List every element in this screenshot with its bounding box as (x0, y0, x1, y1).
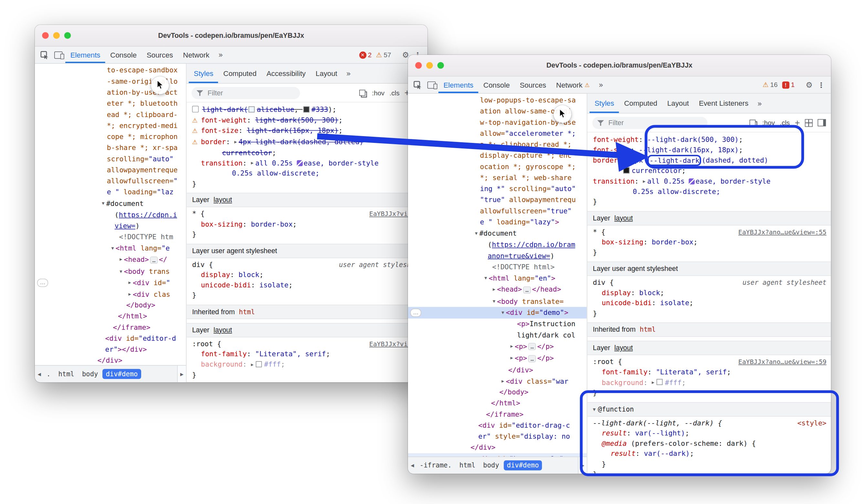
error-icon[interactable]: ✕ (359, 51, 366, 59)
titlebar-back[interactable]: DevTools - codepen.io/bramus/pen/EaYBJJx (35, 25, 427, 47)
device-toolbar-icon[interactable] (51, 47, 65, 63)
tab-elements[interactable]: Elements (438, 76, 478, 93)
tab-network[interactable]: Network (178, 47, 215, 63)
toggle-element-state-button[interactable]: :hov (372, 89, 385, 97)
style-declaration-row[interactable]: unicode-bidi: isolate; (187, 280, 427, 290)
dom-tree-row[interactable]: ▾#document (408, 228, 587, 239)
dom-tree-row[interactable]: ▸<p>…</p> (408, 340, 587, 352)
dom-tree-row[interactable]: ocation *; gyroscope *; (408, 161, 587, 172)
style-declaration-row[interactable]: div {user agent stylesheet (187, 260, 427, 270)
style-declaration-row[interactable]: :root {EaYBJJx?view=… (187, 339, 427, 349)
style-declaration-row[interactable]: } (587, 459, 831, 470)
issues-icon[interactable]: ! (782, 81, 789, 88)
style-declaration-row[interactable]: } (187, 229, 427, 240)
inspect-element-icon[interactable] (411, 76, 425, 93)
color-swatch[interactable] (256, 361, 262, 367)
style-declaration-row[interactable]: box-sizing: border-box; (587, 237, 831, 247)
style-declaration-row[interactable]: } (587, 388, 831, 398)
rendering-emulations-icon[interactable] (359, 90, 365, 96)
minimize-window-button[interactable] (53, 32, 60, 39)
dom-tree-row[interactable]: </html> (408, 397, 587, 409)
dom-tree-row[interactable]: </body> (35, 300, 186, 311)
dom-tree-row[interactable]: ation allow-same-origi (408, 106, 587, 117)
dom-tree-row[interactable]: <div id="editor-d (35, 333, 186, 344)
link[interactable]: anon=true&view= (488, 251, 550, 260)
dom-tree-row[interactable]: scrolling="auto" (35, 153, 186, 164)
style-tag-link[interactable]: <style> (797, 419, 826, 427)
style-declaration-row[interactable]: } (187, 370, 427, 380)
more-panels-button[interactable]: » (595, 76, 607, 93)
dom-tree-row[interactable]: </html> (35, 311, 186, 322)
style-declaration-row[interactable]: } (587, 247, 831, 258)
style-declaration-row[interactable]: font-family: "Literata", serif; (587, 367, 831, 377)
style-declaration-row[interactable]: box-sizing: border-box; (187, 219, 427, 230)
dom-tree-row[interactable]: ▾<html lang="en"> (408, 272, 587, 283)
style-declaration-row[interactable]: ⚠font-size: light-dark(16px, 18px); (187, 126, 427, 137)
dom-tree-row[interactable]: ▾#document (35, 198, 186, 209)
easing-bezier-icon[interactable] (297, 160, 303, 166)
dom-tree-row[interactable]: ▸<p>…</p> (408, 352, 587, 364)
breadcrumb-item--[interactable]: . (43, 369, 54, 379)
dom-tree-row[interactable]: </iframe> (408, 409, 587, 420)
dom-tree-row[interactable]: (https://cdpn.io/bram (408, 239, 587, 250)
stylesheet-link[interactable]: EaYBJJx?ano…ue&view=:59 (738, 358, 827, 366)
color-swatch[interactable] (657, 379, 663, 385)
toggle-class-button[interactable]: .cls (780, 119, 790, 127)
dom-tree-row[interactable]: eter *; bluetooth (35, 98, 186, 109)
dom-tree-row[interactable]: (https://cdpn.i (35, 209, 186, 220)
style-declaration-row[interactable]: 0.25s allow-discrete; (187, 169, 427, 179)
warning-icon[interactable]: ⚠ (763, 81, 768, 89)
dom-tree-row[interactable]: *; serial *; web-share (408, 172, 587, 183)
style-declaration-row[interactable]: display: block; (187, 270, 427, 280)
tab-computed[interactable]: Computed (218, 64, 262, 83)
zoom-window-button[interactable] (64, 32, 71, 39)
style-declaration-row[interactable]: * {EaYBJJx?ano…ue&view=:55 (587, 227, 831, 237)
zoom-window-button[interactable] (437, 62, 444, 69)
dom-tree-row[interactable]: …▸<div id=" (35, 277, 186, 289)
rule-origin-link[interactable]: <style> (797, 418, 826, 429)
style-declaration-row[interactable]: unicode-bidi: isolate; (587, 298, 831, 309)
dom-tree-row[interactable]: </iframe> (35, 322, 186, 333)
dom-tree-row[interactable]: ation-by-user-act (35, 87, 186, 98)
dom-tree-row[interactable]: cope *; microphon (35, 131, 186, 142)
tab-accessibility[interactable]: Accessibility (262, 64, 311, 83)
link[interactable]: https://cdpn.io/bram (492, 240, 575, 249)
tab-event-listeners[interactable]: Event Listeners (694, 94, 753, 113)
dom-tree-row[interactable]: ▾<body translate= (408, 295, 587, 307)
rendering-emulations-icon[interactable] (750, 120, 756, 126)
dom-tree-row[interactable]: ▸<div id="box-console" c (408, 453, 587, 456)
breadcrumb-prev-icon[interactable]: ◂ (36, 370, 43, 378)
toggle-class-button[interactable]: .cls (390, 89, 400, 97)
node-overflow-menu-button[interactable]: … (37, 279, 48, 287)
style-declaration-row[interactable]: transition: ▸all 0.25s ease, border-styl… (587, 176, 831, 187)
dom-tree-row[interactable]: ▸<head>…</head> (408, 283, 587, 295)
rule-origin-link[interactable]: EaYBJJx?ano…ue&view=:55 (738, 227, 827, 237)
dom-tree-row[interactable]: -same-origin allo (35, 76, 186, 87)
close-window-button[interactable] (415, 62, 422, 69)
style-declaration-row[interactable]: currentcolor; (587, 165, 831, 176)
dom-tree-row[interactable]: </div> (35, 355, 186, 365)
dom-tree-row[interactable]: w-top-navigation-by-use (408, 117, 587, 128)
tab-layout[interactable]: Layout (662, 94, 694, 113)
style-declaration-row[interactable]: } (587, 469, 831, 474)
layer-link[interactable]: layout (614, 344, 633, 352)
dom-tree-row[interactable]: </div> (408, 364, 587, 375)
dom-tree-row[interactable]: <div id="editor-drag-c (408, 420, 587, 431)
breadcrumb-item--iframe-[interactable]: -iframe. (416, 460, 455, 470)
dom-tree-row[interactable]: <!DOCTYPE html> (408, 261, 587, 272)
more-sidebar-tabs-button[interactable]: » (753, 94, 766, 113)
dom-tree-row[interactable]: er"></div> (35, 344, 186, 355)
more-sidebar-tabs-button[interactable]: » (342, 64, 355, 83)
rule-origin-link[interactable]: EaYBJJx?ano…ue&view=:59 (738, 357, 827, 367)
breadcrumb-item-body[interactable]: body (480, 460, 502, 470)
dom-tree-row[interactable]: ▸<div clas (35, 289, 186, 300)
breadcrumb-item-div-demo[interactable]: div#demo (102, 369, 141, 379)
tab-sources[interactable]: Sources (142, 47, 178, 63)
dom-tree-row[interactable]: ▸<head>…</ (35, 254, 186, 266)
minimize-window-button[interactable] (426, 62, 433, 69)
easing-bezier-icon[interactable] (689, 178, 695, 184)
dom-tree-row[interactable]: view=) (35, 220, 186, 231)
style-declaration-row[interactable]: :root {EaYBJJx?ano…ue&view=:59 (587, 357, 831, 367)
node-overflow-menu-button[interactable]: … (410, 309, 421, 317)
breadcrumb-item-html[interactable]: html (456, 460, 479, 470)
